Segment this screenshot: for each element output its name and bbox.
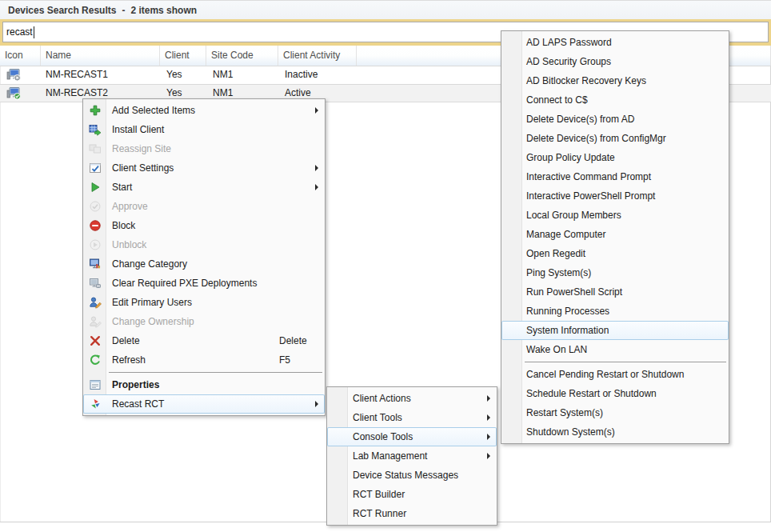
title-separator: - xyxy=(122,5,125,16)
menu-item-local-group-members[interactable]: Local Group Members xyxy=(501,206,729,225)
menu-item-open-regedit[interactable]: Open Regedit xyxy=(501,244,729,263)
menu-item-install-client[interactable]: Install Client xyxy=(83,120,325,139)
menu-item-schedule-restart-or-shutdown[interactable]: Schedule Restart or Shutdown xyxy=(501,384,729,403)
menu-item-delete-device-s-from-configmgr[interactable]: Delete Device(s) from ConfigMgr xyxy=(501,129,729,148)
menu-item-change-ownership[interactable]: Change Ownership xyxy=(83,312,325,331)
device-name: NM-RECAST1 xyxy=(41,66,160,84)
menu-item-run-powershell-script[interactable]: Run PowerShell Script xyxy=(501,282,729,302)
menu-item-start[interactable]: Start xyxy=(83,178,325,197)
menu-item-wake-on-lan[interactable]: Wake On LAN xyxy=(501,340,729,359)
menu-item-cancel-pending-restart-or-shutdown[interactable]: Cancel Pending Restart or Shutdown xyxy=(501,365,729,384)
console-tools-submenu: AD LAPS PasswordAD Security GroupsAD Bit… xyxy=(501,30,729,444)
devices-search-results-window: Devices Search Results - 2 items shown I… xyxy=(0,0,771,532)
menu-item-interactive-command-prompt[interactable]: Interactive Command Prompt xyxy=(501,167,729,186)
menu-item-rct-runner[interactable]: RCT Runner xyxy=(327,504,497,523)
submenu-arrow-icon xyxy=(315,184,318,190)
menu-item-recast-rct[interactable]: Recast RCT xyxy=(83,394,325,414)
menu-item-label: Restart System(s) xyxy=(526,407,603,418)
menu-item-label: Delete Device(s) from AD xyxy=(526,114,634,125)
menu-item-label: Delete xyxy=(112,335,140,346)
menu-item-add-selected-items[interactable]: Add Selected Items xyxy=(83,101,325,120)
menu-item-properties[interactable]: Properties xyxy=(83,375,325,394)
menu-item-label: Cancel Pending Restart or Shutdown xyxy=(526,369,684,380)
clear-pxe-icon xyxy=(88,276,102,290)
menu-item-manage-computer[interactable]: Manage Computer xyxy=(501,225,729,244)
menu-item-rct-builder[interactable]: RCT Builder xyxy=(327,485,497,504)
install-client-icon xyxy=(88,122,102,136)
column-header-client[interactable]: Client xyxy=(160,46,206,66)
unblock-icon xyxy=(88,238,102,251)
menu-item-console-tools[interactable]: Console Tools xyxy=(327,427,497,446)
menu-item-clear-required-pxe-deployments[interactable]: Clear Required PXE Deployments xyxy=(83,274,325,293)
menu-item-delete[interactable]: DeleteDelete xyxy=(83,331,325,350)
menu-item-label: Recast RCT xyxy=(112,398,164,410)
menu-item-client-settings[interactable]: Client Settings xyxy=(83,158,325,178)
client-value: Yes xyxy=(160,66,206,84)
menu-item-label: Lab Management xyxy=(353,450,427,462)
menu-item-label: Edit Primary Users xyxy=(112,297,192,308)
menu-item-label: Running Processes xyxy=(526,306,609,317)
menu-item-label: AD Bitlocker Recovery Keys xyxy=(526,75,646,86)
menu-item-approve[interactable]: Approve xyxy=(83,197,325,216)
column-header-icon[interactable]: Icon xyxy=(0,46,41,66)
menu-item-reassign-site[interactable]: Reassign Site xyxy=(83,139,325,158)
submenu-arrow-icon xyxy=(487,414,490,421)
menu-item-ad-laps-password[interactable]: AD LAPS Password xyxy=(501,33,729,52)
column-header-site-code[interactable]: Site Code xyxy=(206,46,278,66)
menu-item-restart-system-s[interactable]: Restart System(s) xyxy=(501,403,729,422)
menu-item-ad-security-groups[interactable]: AD Security Groups xyxy=(501,52,729,71)
menu-item-label: Refresh xyxy=(112,354,146,366)
column-header-client-activity[interactable]: Client Activity xyxy=(278,46,357,66)
column-header-name[interactable]: Name xyxy=(41,46,160,66)
menu-item-label: RCT Runner xyxy=(353,508,406,519)
menu-item-label: Install Client xyxy=(112,124,164,135)
menu-item-edit-primary-users[interactable]: Edit Primary Users xyxy=(83,293,325,312)
menu-item-label: Interactive Command Prompt xyxy=(526,171,651,182)
menu-item-label: Client Actions xyxy=(353,393,411,404)
delete-icon xyxy=(88,334,102,347)
device-client-active-icon xyxy=(6,86,22,100)
window-title-bar: Devices Search Results - 2 items shown xyxy=(0,0,771,19)
menu-item-label: AD LAPS Password xyxy=(526,37,612,48)
menu-item-unblock[interactable]: Unblock xyxy=(83,235,325,254)
menu-item-device-status-messages[interactable]: Device Status Messages xyxy=(327,466,497,485)
approve-icon xyxy=(88,199,102,213)
menu-item-label: Properties xyxy=(112,379,159,390)
menu-item-interactive-powershell-prompt[interactable]: Interactive PowerShell Prompt xyxy=(501,186,729,206)
submenu-arrow-icon xyxy=(487,395,490,402)
menu-item-label: Ping System(s) xyxy=(526,267,591,278)
menu-item-label: Shutdown System(s) xyxy=(526,426,615,438)
refresh-icon xyxy=(88,353,102,366)
menu-item-delete-device-s-from-ad[interactable]: Delete Device(s) from AD xyxy=(501,110,729,129)
recast-rct-submenu: Client ActionsClient ToolsConsole ToolsL… xyxy=(326,386,497,526)
client-settings-icon xyxy=(88,161,102,174)
menu-item-change-category[interactable]: Change Category xyxy=(83,254,325,274)
menu-item-group-policy-update[interactable]: Group Policy Update xyxy=(501,148,729,167)
menu-item-connect-to-c[interactable]: Connect to C$ xyxy=(501,90,729,110)
menu-item-label: Connect to C$ xyxy=(526,94,588,106)
menu-item-shutdown-system-s[interactable]: Shutdown System(s) xyxy=(501,422,729,442)
reassign-site-icon xyxy=(88,142,102,155)
items-shown-count: 2 items shown xyxy=(130,5,197,16)
menu-item-label: System Information xyxy=(526,325,609,336)
menu-separator xyxy=(109,372,322,373)
block-icon xyxy=(88,218,102,232)
submenu-arrow-icon xyxy=(315,107,318,114)
client-activity-value: Inactive xyxy=(278,66,357,84)
menu-item-label: Client Tools xyxy=(353,412,402,423)
properties-icon xyxy=(88,378,102,391)
menu-item-client-actions[interactable]: Client Actions xyxy=(327,389,497,408)
menu-item-running-processes[interactable]: Running Processes xyxy=(501,302,729,321)
menu-item-lab-management[interactable]: Lab Management xyxy=(327,446,497,466)
menu-item-shortcut: Delete xyxy=(279,335,307,346)
menu-item-label: Client Settings xyxy=(112,162,174,174)
menu-item-system-information[interactable]: System Information xyxy=(501,321,729,340)
menu-item-label: Clear Required PXE Deployments xyxy=(112,278,257,289)
menu-item-client-tools[interactable]: Client Tools xyxy=(327,408,497,427)
change-ownership-icon xyxy=(88,314,102,328)
menu-item-ping-system-s[interactable]: Ping System(s) xyxy=(501,263,729,282)
menu-item-label: RCT Builder xyxy=(353,489,405,500)
menu-item-ad-bitlocker-recovery-keys[interactable]: AD Bitlocker Recovery Keys xyxy=(501,71,729,90)
menu-item-block[interactable]: Block xyxy=(83,216,325,235)
menu-item-refresh[interactable]: RefreshF5 xyxy=(83,350,325,370)
